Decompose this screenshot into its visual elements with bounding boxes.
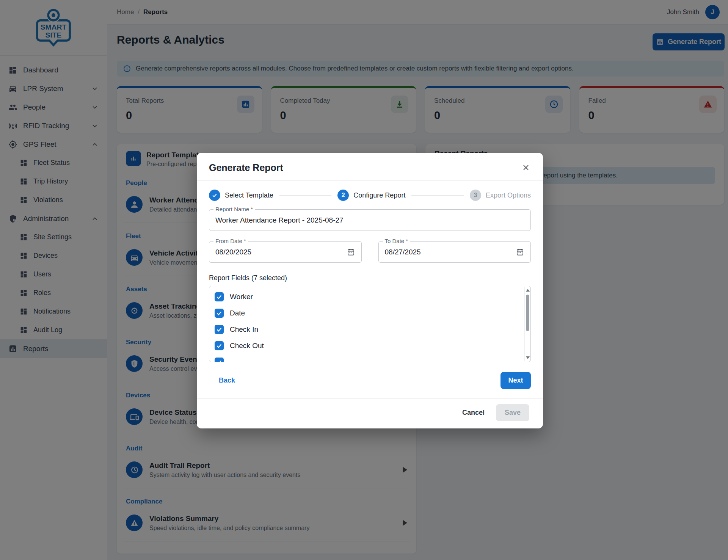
modal-header: Generate Report [197, 153, 543, 180]
checkbox-checked-icon[interactable] [215, 309, 224, 318]
scroll-down-arrow-icon[interactable] [526, 356, 530, 359]
step-connector [279, 195, 332, 196]
cancel-button[interactable]: Cancel [462, 409, 485, 417]
scrollbar-thumb[interactable] [526, 295, 529, 331]
from-date-field[interactable]: From Date * 08/20/2025 [209, 241, 362, 263]
wizard-actions: Back Next [209, 372, 531, 398]
calendar-icon[interactable] [347, 248, 355, 256]
report-name-value: Worker Attendance Report - 2025-08-27 [215, 216, 344, 224]
field-option-worker[interactable]: Worker [209, 289, 530, 305]
report-name-label: Report Name * [213, 206, 255, 212]
field-option-label: Date [230, 309, 245, 317]
stepper: Select Template 2 Configure Report 3 Exp… [209, 190, 531, 201]
field-option-check-in[interactable]: Check In [209, 321, 530, 337]
field-option-label: Check In [230, 325, 258, 334]
close-button[interactable] [520, 162, 532, 173]
back-button[interactable]: Back [219, 376, 235, 384]
checkbox-checked-icon[interactable] [215, 325, 224, 334]
to-date-field[interactable]: To Date * 08/27/2025 [378, 241, 531, 263]
from-date-value: 08/20/2025 [215, 248, 251, 256]
to-date-value: 08/27/2025 [385, 248, 421, 256]
step-connector [411, 195, 464, 196]
close-icon [521, 163, 530, 172]
field-option-check-out[interactable]: Check Out [209, 337, 530, 354]
report-name-field[interactable]: Report Name * Worker Attendance Report -… [209, 209, 531, 231]
step-2-circle[interactable]: 2 [337, 190, 349, 201]
report-fields-list: Worker Date Check In Check Out [209, 286, 531, 362]
step-complete-icon[interactable] [209, 190, 220, 201]
from-date-label: From Date * [213, 238, 248, 244]
checkbox-checked-icon[interactable] [215, 292, 224, 301]
calendar-icon[interactable] [516, 248, 524, 256]
app-root: SMART SITE Dashboard LPR System People R [0, 0, 728, 560]
scroll-up-arrow-icon[interactable] [526, 289, 530, 292]
scrollbar[interactable] [524, 287, 530, 361]
modal-body: Select Template 2 Configure Report 3 Exp… [197, 180, 543, 398]
modal-footer: Cancel Save [197, 398, 543, 428]
step-label-select-template: Select Template [225, 191, 273, 199]
date-fields-row: From Date * 08/20/2025 To Date * 08/27/2… [209, 241, 531, 263]
step-label-export-options: Export Options [486, 191, 531, 199]
checkbox-checked-icon[interactable] [215, 341, 224, 350]
field-option-label: Worker [230, 293, 253, 301]
save-button[interactable]: Save [496, 404, 529, 421]
next-button[interactable]: Next [500, 372, 531, 389]
step-3-circle[interactable]: 3 [470, 190, 481, 201]
checkbox-checked-icon[interactable] [215, 358, 224, 362]
generate-report-modal: Generate Report Select Template 2 Config… [197, 153, 543, 428]
field-option-label: Check Out [230, 342, 264, 350]
report-fields-label: Report Fields (7 selected) [209, 274, 531, 282]
to-date-label: To Date * [383, 238, 410, 244]
field-option-partial[interactable] [209, 354, 530, 362]
modal-title: Generate Report [209, 162, 283, 173]
field-option-date[interactable]: Date [209, 305, 530, 321]
step-label-configure-report: Configure Report [353, 191, 405, 199]
